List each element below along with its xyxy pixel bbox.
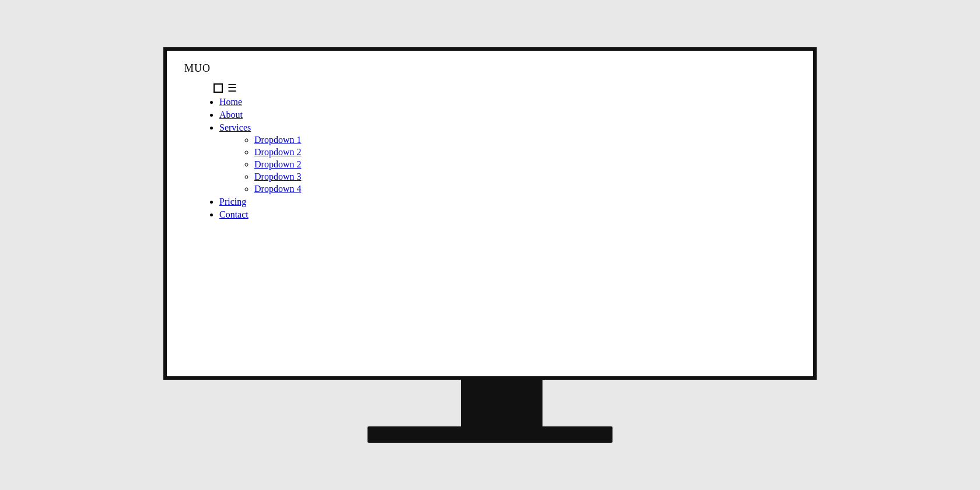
dropdown-link-2a[interactable]: Dropdown 2: [254, 147, 301, 157]
checkbox-icon[interactable]: [214, 83, 223, 93]
nav-link-contact[interactable]: Contact: [219, 209, 249, 219]
monitor-base: [368, 426, 612, 443]
nav-link-services[interactable]: Services: [219, 123, 251, 132]
dropdown-link-3[interactable]: Dropdown 3: [254, 172, 301, 181]
nav-list: Home About Services Dropdown 1 Dropdown …: [219, 97, 796, 220]
dropdown-item-2b: Dropdown 2: [254, 159, 796, 170]
nav-item-contact: Contact: [219, 209, 796, 220]
nav-item-pricing: Pricing: [219, 197, 796, 207]
nav-link-home[interactable]: Home: [219, 97, 242, 107]
nav-item-home: Home: [219, 97, 796, 107]
monitor-screen: MUO ☰ Home About Services Dropdown 1: [163, 47, 817, 380]
monitor-neck: [461, 380, 542, 426]
hamburger-icon[interactable]: ☰: [228, 83, 237, 93]
nav-item-services: Services Dropdown 1 Dropdown 2 Dropdown …: [219, 123, 796, 194]
dropdown-link-1[interactable]: Dropdown 1: [254, 135, 301, 145]
menu-toggle-row: ☰: [214, 83, 796, 93]
site-title: MUO: [184, 62, 796, 75]
nav-link-about[interactable]: About: [219, 110, 243, 120]
screen-content: MUO ☰ Home About Services Dropdown 1: [167, 51, 813, 234]
services-dropdown-list: Dropdown 1 Dropdown 2 Dropdown 2 Dropdow…: [254, 135, 796, 194]
dropdown-link-4[interactable]: Dropdown 4: [254, 184, 301, 194]
monitor-wrapper: MUO ☰ Home About Services Dropdown 1: [163, 47, 817, 443]
dropdown-link-2b[interactable]: Dropdown 2: [254, 159, 301, 169]
dropdown-item-1: Dropdown 1: [254, 135, 796, 145]
dropdown-item-3: Dropdown 3: [254, 172, 796, 182]
nav-item-about: About: [219, 110, 796, 120]
nav-link-pricing[interactable]: Pricing: [219, 197, 246, 206]
dropdown-item-2a: Dropdown 2: [254, 147, 796, 158]
dropdown-item-4: Dropdown 4: [254, 184, 796, 194]
